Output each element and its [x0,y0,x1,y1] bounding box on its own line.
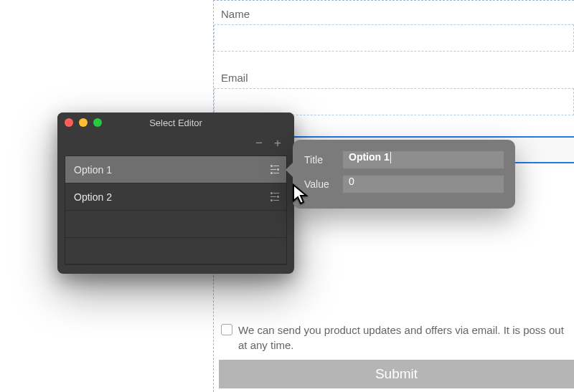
name-label: Name [221,8,574,20]
editor-toolbar: − + [57,133,294,154]
email-label: Email [221,72,574,84]
title-input[interactable]: Option 1 [343,151,504,168]
value-label: Value [304,178,334,190]
submit-button[interactable]: Submit [219,360,574,388]
select-editor-window: Select Editor − + Option 1 Option 2 [57,113,294,274]
text-cursor [390,152,391,163]
value-input[interactable]: 0 [343,176,504,193]
zoom-window-button[interactable] [93,118,102,127]
consent-checkbox[interactable] [221,324,232,335]
window-titlebar[interactable]: Select Editor [57,113,294,133]
close-window-button[interactable] [65,118,73,127]
option-row[interactable]: Option 1 [65,156,286,183]
option-row[interactable]: Option 2 [65,183,286,211]
title-label: Title [304,154,334,166]
add-option-button[interactable]: + [273,136,283,150]
option-edit-popover: Title Option 1 Value 0 [293,140,515,209]
submit-label: Submit [375,366,418,382]
empty-row [65,238,286,265]
option-label: Option 1 [74,164,112,176]
email-input[interactable] [214,88,574,115]
sliders-icon[interactable] [270,165,279,174]
name-input[interactable] [214,24,574,52]
sliders-icon[interactable] [270,192,279,201]
consent-checkbox-row: We can send you product updates and offe… [221,322,574,353]
title-row: Title Option 1 [304,151,504,168]
consent-label: We can send you product updates and offe… [238,322,574,353]
minimize-window-button[interactable] [79,118,88,127]
option-label: Option 2 [74,191,112,203]
title-value: Option 1 [349,151,390,163]
traffic-lights [65,118,102,127]
value-value: 0 [349,176,354,187]
value-row: Value 0 [304,176,504,193]
empty-row [65,211,286,238]
options-list: Option 1 Option 2 [65,156,287,264]
remove-option-button[interactable]: − [254,136,264,150]
form-container: Name Email [214,8,574,115]
popover-arrow [286,163,293,177]
